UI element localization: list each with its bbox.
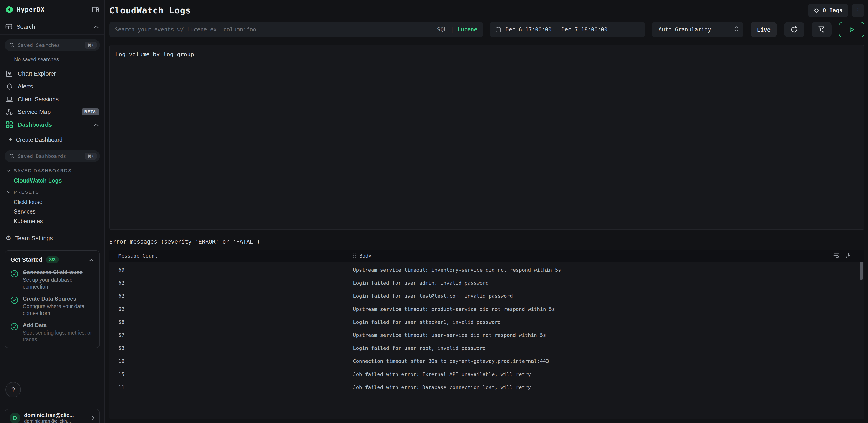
- get-started-item[interactable]: Add DataStart sending logs, metrics, or …: [10, 322, 94, 343]
- table-row[interactable]: 58Login failed for user attacker1, inval…: [109, 316, 864, 329]
- date-range-picker[interactable]: Dec 6 17:00:00 - Dec 7 18:00:00: [490, 22, 645, 37]
- cell-message-count: 16: [109, 358, 353, 364]
- run-query-button[interactable]: [839, 22, 864, 37]
- sidebar-item-search[interactable]: Search: [0, 19, 104, 35]
- get-started-item[interactable]: Create Data SourcesConfigure where your …: [10, 295, 94, 317]
- column-message-count[interactable]: Message Count ↓: [109, 253, 353, 259]
- brand-name: HyperDX: [17, 6, 44, 13]
- kebab-menu-button[interactable]: ⋮: [851, 4, 864, 17]
- sidebar-item-team-settings[interactable]: ⚙ Team Settings: [0, 231, 104, 245]
- nav-label: Service Map: [18, 109, 51, 116]
- date-range-value: Dec 6 17:00:00 - Dec 7 18:00:00: [505, 26, 608, 33]
- sidebar-item-client-sessions[interactable]: Client Sessions: [0, 93, 104, 106]
- refresh-icon: [790, 26, 798, 33]
- get-started-item-title: Create Data Sources: [23, 295, 94, 302]
- get-started-header[interactable]: Get Started 3/3: [10, 255, 94, 264]
- table-header: Message Count ↓ Body: [109, 250, 864, 262]
- cell-message-count: 58: [109, 319, 353, 325]
- sidebar-item-alerts[interactable]: Alerts: [0, 80, 104, 93]
- tags-button[interactable]: 0 Tags: [808, 4, 848, 17]
- plus-icon: +: [9, 137, 12, 143]
- wrap-text-icon[interactable]: [833, 253, 839, 259]
- calendar-icon: [495, 27, 501, 33]
- user-menu[interactable]: D dominic.tran@clic... dominic.tran@clic…: [5, 408, 100, 423]
- drag-handle-icon: [353, 253, 356, 258]
- chevron-up-icon[interactable]: [94, 23, 99, 30]
- sidebar-item-preset[interactable]: Services: [0, 207, 104, 216]
- scrollbar-thumb[interactable]: [860, 262, 863, 280]
- sidebar-item-preset[interactable]: Kubernetes: [0, 216, 104, 226]
- saved-dashboards-input[interactable]: Saved Dashboards ⌘K: [5, 150, 100, 162]
- chevron-down-icon: [6, 191, 11, 194]
- sidebar-item-chart-explorer[interactable]: Chart Explorer: [0, 67, 104, 80]
- table-row[interactable]: 11Job failed with error: Database connec…: [109, 381, 864, 394]
- granularity-select[interactable]: Auto Granularity: [652, 22, 743, 37]
- sort-desc-icon: ↓: [159, 253, 162, 259]
- sidebar-item-dashboards[interactable]: Dashboards: [0, 118, 104, 131]
- chevron-up-icon[interactable]: [89, 255, 94, 264]
- language-divider: |: [451, 26, 454, 33]
- lucene-toggle[interactable]: Lucene: [458, 26, 477, 33]
- get-started-item[interactable]: Connect to ClickHouseSet up your databas…: [10, 269, 94, 290]
- sidebar: HyperDX Search Saved Searches ⌘K No save…: [0, 0, 105, 423]
- cell-body: Job failed with error: Database connecti…: [353, 385, 864, 390]
- beta-badge: BETA: [82, 109, 99, 115]
- group-presets[interactable]: PRESETS: [0, 187, 104, 197]
- sidebar-item-preset[interactable]: ClickHouse: [0, 197, 104, 207]
- laptop-icon: [6, 96, 13, 102]
- tag-icon: [813, 7, 819, 13]
- get-started-item-text: Create Data SourcesConfigure where your …: [23, 295, 94, 317]
- filter-bar: Search your events w/ Lucene ex. column:…: [109, 22, 864, 37]
- cell-message-count: 15: [109, 371, 353, 377]
- chart-area: [115, 60, 859, 189]
- table-panel-title: Error messages (severity 'ERROR' or 'FAT…: [109, 237, 864, 246]
- table-row[interactable]: 62Upstream service timeout: product-serv…: [109, 303, 864, 316]
- table-row[interactable]: 16Connection timeout after 30s to paymen…: [109, 355, 864, 368]
- search-section-label: Search: [17, 23, 35, 30]
- search-icon: [9, 153, 14, 159]
- sidebar-collapse-icon[interactable]: [92, 6, 99, 13]
- cell-message-count: 57: [109, 332, 353, 338]
- avatar: D: [9, 413, 21, 423]
- user-name: dominic.tran@clic...: [24, 412, 74, 418]
- chevron-down-icon: [6, 169, 11, 172]
- event-search-placeholder: Search your events w/ Lucene ex. column:…: [115, 26, 433, 33]
- event-search-input[interactable]: Search your events w/ Lucene ex. column:…: [109, 22, 483, 37]
- refresh-button[interactable]: [784, 22, 804, 37]
- bell-icon: [6, 83, 13, 90]
- saved-searches-input[interactable]: Saved Searches ⌘K: [5, 39, 100, 51]
- table-row[interactable]: 57Upstream service timeout: user-service…: [109, 329, 864, 342]
- cell-body: Job failed with error: External API unav…: [353, 371, 864, 377]
- chevron-up-icon[interactable]: [94, 121, 99, 128]
- tags-label: 0 Tags: [823, 7, 842, 14]
- download-icon[interactable]: [846, 253, 851, 259]
- group-saved-dashboards[interactable]: SAVED DASHBOARDS: [0, 166, 104, 176]
- cell-message-count: 62: [109, 280, 353, 286]
- sidebar-item-cloudwatch-logs[interactable]: CloudWatch Logs: [0, 176, 104, 185]
- cell-body: Connection timeout after 30s to payment-…: [353, 358, 864, 364]
- sidebar-item-service-map[interactable]: Service Map BETA: [0, 106, 104, 118]
- panel-title: Log volume by log group: [115, 51, 194, 58]
- cell-message-count: 11: [109, 385, 353, 390]
- table-row[interactable]: 62Login failed for user test@test.com, i…: [109, 289, 864, 303]
- shortcut-badge: ⌘K: [85, 153, 97, 160]
- live-button[interactable]: Live: [750, 22, 777, 37]
- table-row[interactable]: 62Login failed for user admin, invalid p…: [109, 277, 864, 289]
- table-scrollbar[interactable]: [860, 262, 863, 419]
- hyperdx-logo-icon: [5, 6, 13, 13]
- nav-label: Alerts: [18, 83, 33, 90]
- filter-button[interactable]: [811, 22, 832, 37]
- table-row[interactable]: 69Upstream service timeout: inventory-se…: [109, 263, 864, 277]
- create-dashboard-button[interactable]: + Create Dashboard: [0, 134, 104, 146]
- sql-toggle[interactable]: SQL: [437, 26, 447, 33]
- cell-body: Login failed for user admin, invalid pas…: [353, 280, 864, 286]
- cell-body: Upstream service timeout: inventory-serv…: [353, 267, 864, 273]
- help-button[interactable]: ?: [5, 382, 21, 397]
- chart-explorer-icon: [6, 70, 13, 77]
- gear-icon: ⚙: [5, 235, 11, 242]
- table-row[interactable]: 15Job failed with error: External API un…: [109, 368, 864, 381]
- column-body[interactable]: Body: [353, 253, 833, 259]
- team-settings-label: Team Settings: [15, 235, 53, 242]
- nav-label: Dashboards: [18, 121, 52, 128]
- table-row[interactable]: 53Login failed for user root, invalid pa…: [109, 342, 864, 355]
